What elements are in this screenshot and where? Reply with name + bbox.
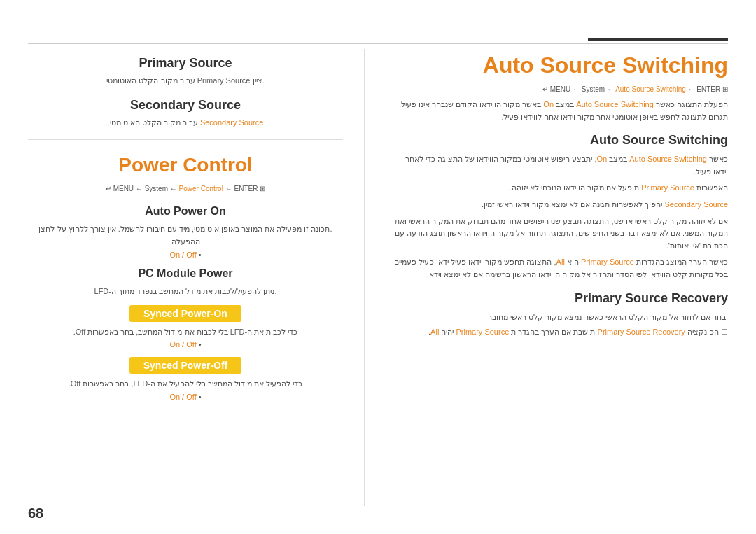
right-main-title: Auto Source Switching [393,49,728,78]
auto-switching-text3: Secondary Source יהפוך לאפשרות תגינה אם … [393,199,728,211]
pc-module-desc: .ניתן להפעיל/לכבות את מודל המחשב בנפרד מ… [28,286,343,298]
synced-power-off-badge: Synced Power-Off [130,357,241,374]
left-column: Primary Source .ציין Primary Source עבור… [28,49,364,506]
power-control-nav: ⊞ MENU ← System ← Power Control ← ENTER … [28,185,343,192]
secondary-source-subtext: Secondary Source עבור מקור הקלט האוטומטי… [28,117,343,129]
primary-source-recovery-heading: Primary Source Recovery [393,291,728,306]
auto-switching-heading: Auto Source Switching [393,133,728,148]
synced-power-on-badge: Synced Power-On [130,305,241,322]
auto-power-on-heading: Auto Power On [28,205,343,218]
auto-power-on-bullet: On / Off • [28,251,343,259]
synced-on-bullet: On / Off • [28,340,343,349]
page-number: 68 [28,505,43,521]
primary-source-subtext: .ציין Primary Source עבור מקור הקלט האוט… [28,75,343,87]
synced-on-desc: כדי לכבות את ה-LFD בלי לכבות את מודול המ… [28,326,343,338]
secondary-source-heading: Secondary Source [28,98,343,113]
recovery-text2: ☐ הפונקציה Primary Source Recovery תושבת… [393,326,728,339]
right-intro-text: הפעלת התצוגה כאשר Auto Source Switching … [393,99,728,123]
right-column: Auto Source Switching ⊞ MENU ← System ← … [364,49,728,506]
recovery-text1: .בחר אם לחזור אל מקור הקלט הראשי כאשר נמ… [393,311,728,324]
synced-off-desc: כדי להפעיל את מודול המחשב בלי להפעיל את … [28,378,343,390]
auto-switching-text4: אם לא יזוהה מקור קלט ראשי או שני, התצוגה… [393,216,728,253]
auto-switching-text2: האפשרות Primary Source תופעל אם מקור הוו… [393,182,728,195]
auto-power-on-desc: .תכונה זו מפעילה את המוצר באופן אוטומטי,… [28,223,343,248]
main-content: Primary Source .ציין Primary Source עבור… [28,49,728,506]
primary-source-heading: Primary Source [28,56,343,71]
right-accent-line [588,38,728,41]
auto-switching-text5: כאשר הערך המוצג בהגדרות Primary Source ה… [393,256,728,281]
auto-switching-text1: כאשר Auto Source Switching במצב On, יתבצ… [393,153,728,178]
right-nav-path: ⊞ MENU ← System ← Auto Source Switching … [393,85,728,93]
page-container: Primary Source .ציין Primary Source עבור… [0,0,756,534]
power-control-heading: Power Control [28,154,343,176]
divider-1 [28,139,343,140]
top-divider [28,43,728,44]
pc-module-heading: PC Module Power [28,267,343,280]
synced-off-bullet: On / Off • [28,393,343,401]
